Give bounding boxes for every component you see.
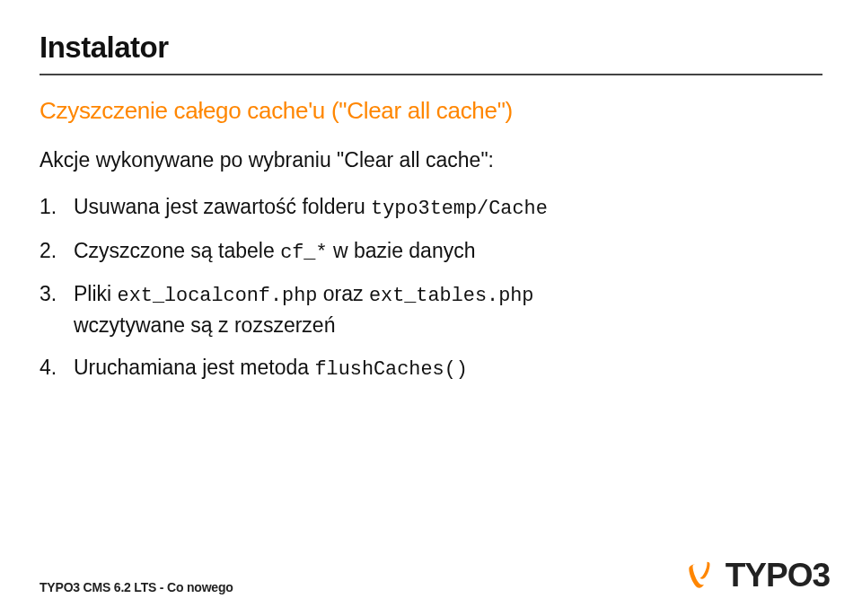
list-item: Usuwana jest zawartość folderu typo3temp…	[74, 192, 822, 224]
list-item: Czyszczone są tabele cf_* w bazie danych	[74, 236, 822, 268]
list-item: Uruchamiana jest metoda flushCaches()	[74, 353, 822, 384]
list-item: Pliki ext_localconf.php oraz ext_tables.…	[74, 279, 822, 340]
page-title: Instalator	[40, 31, 822, 75]
brand: TYPO3	[684, 557, 830, 594]
step-text: Pliki	[74, 282, 118, 305]
footer-text: TYPO3 CMS 6.2 LTS - Co nowego	[40, 580, 233, 594]
step-text: w bazie danych	[328, 239, 476, 262]
brand-text: TYPO3	[726, 557, 830, 594]
step-text: oraz	[317, 282, 369, 305]
section-subtitle: Czyszczenie całego cache'u ("Clear all c…	[40, 97, 822, 125]
code-text: typo3temp/Cache	[371, 198, 548, 220]
code-text: cf_*	[280, 242, 327, 264]
step-text: Uruchamiana jest metoda	[74, 356, 314, 379]
step-text: Czyszczone są tabele	[74, 239, 280, 262]
code-text: flushCaches()	[314, 358, 467, 381]
code-text: ext_tables.php	[369, 285, 534, 307]
code-text: ext_localconf.php	[118, 285, 318, 307]
footer: TYPO3 CMS 6.2 LTS - Co nowego TYPO3	[40, 559, 830, 594]
steps-list: Usuwana jest zawartość folderu typo3temp…	[40, 192, 822, 384]
section-intro: Akcje wykonywane po wybraniu "Clear all …	[40, 148, 822, 172]
step-text: wczytywane są z rozszerzeń	[74, 313, 335, 337]
step-text: Usuwana jest zawartość folderu	[74, 195, 371, 218]
typo3-logo-icon	[684, 559, 718, 593]
